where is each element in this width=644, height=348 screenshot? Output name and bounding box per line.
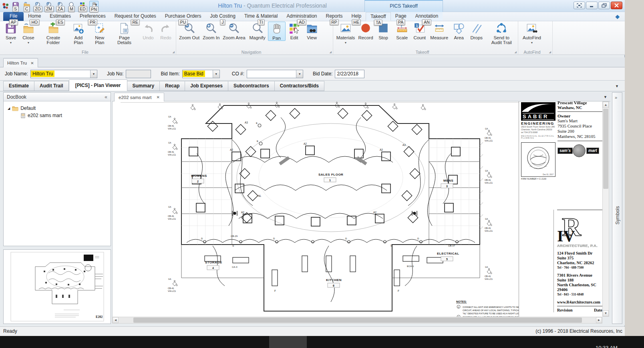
co-number-combo[interactable]: ▼ (247, 70, 303, 78)
svg-text:KITCHEN: KITCHEN (326, 278, 342, 282)
tab-subcontractors[interactable]: Subcontractors (228, 81, 275, 91)
dropdown-arrow-icon: ▼ (531, 40, 533, 45)
collapse-panel-icon[interactable]: « (105, 94, 107, 100)
ribbon-group-navigation: Zoom Out Zoom In Zoom Area Magnify Pan E… (176, 21, 333, 55)
tree-item-plan[interactable]: e202 sams mart (4, 112, 111, 119)
tab-request-for-quotes[interactable]: Request for QuotesRE (110, 12, 161, 21)
vertical-scrollbar[interactable]: ▲ ▼ (602, 101, 609, 317)
symbols-panel-collapsed[interactable]: » Symbols (612, 92, 622, 324)
fullscreen-button[interactable] (574, 2, 585, 9)
qat-zoom-in-button[interactable]: ZM (44, 1, 54, 10)
desktop-taskbar[interactable]: 10:33 AM (0, 336, 644, 348)
tab-annotation[interactable]: AnnotationAN (411, 12, 443, 21)
tab-estimate[interactable]: Estimate (3, 81, 34, 91)
subtab-overflow-icon[interactable]: ▼ (615, 84, 619, 88)
plan-canvas[interactable]: DDDD EE A2A2A2 A2A2 A3A3 NL FF SS (112, 101, 602, 317)
margin-symbols-right: GACB-41VIA LC1 GACB-41VIA LC1 GACB-41VIA… (485, 127, 493, 280)
undo-button[interactable]: Undo (139, 22, 157, 40)
measure-button[interactable]: Measure (429, 22, 450, 40)
docbook-title: DocBook (7, 94, 26, 100)
taskbar-item[interactable] (269, 336, 307, 348)
drops-button[interactable]: Drops (468, 22, 485, 40)
restore-button[interactable] (598, 2, 610, 9)
qat-magnify-button[interactable]: M (67, 1, 76, 10)
qat-close-button[interactable]: C (22, 1, 31, 10)
qat-edit-button[interactable]: ED (78, 1, 87, 10)
architect-block: R IV ARCHITECTURE, P.A. 124 Floyd Smith … (553, 210, 602, 312)
bid-item-label: Bid Item: (161, 71, 179, 77)
chevron-down-icon[interactable]: ▼ (296, 70, 303, 78)
bid-date-label: Bid Date: (313, 71, 332, 77)
dialog-launcher-icon[interactable]: ◢ (330, 51, 332, 54)
bid-item-combo[interactable]: Base Bid ▼ (182, 70, 220, 78)
minimize-button[interactable] (586, 2, 598, 9)
job-name-label: Job Name: (5, 71, 28, 77)
pan-button[interactable]: Pan (268, 22, 286, 41)
tab-takeoff[interactable]: TakeoffTA (366, 12, 390, 21)
info-diamond-icon[interactable]: ◆ (615, 13, 620, 20)
thumbnail-navigator[interactable]: ▒▒▒ E202 (3, 249, 111, 324)
scroll-up-icon[interactable]: ▲ (603, 102, 609, 108)
expand-panel-icon[interactable]: » (615, 95, 617, 100)
tab-administration[interactable]: AdministrationAD (282, 12, 321, 21)
chevron-down-icon[interactable]: ▼ (90, 70, 97, 78)
close-button[interactable] (611, 2, 622, 9)
tab-audit-trail[interactable]: Audit Trail (34, 81, 69, 91)
send-to-audit-trail-button[interactable]: Send to Audit Trail (486, 22, 517, 45)
tree-expander-icon[interactable]: ◢ (8, 107, 10, 110)
horizontal-scrollbar[interactable]: ◄ ► (112, 317, 602, 324)
zoom-in-button[interactable]: Zoom In (201, 22, 221, 40)
svg-text:GA: GA (485, 170, 488, 172)
tab-time-material[interactable]: Time & MaterialTI (240, 12, 282, 21)
job-no-field[interactable] (126, 70, 151, 78)
redo-button[interactable]: Redo (157, 22, 175, 40)
dialog-launcher-icon[interactable]: ◢ (549, 51, 551, 54)
scroll-left-icon[interactable]: ◄ (113, 317, 119, 323)
tab-summary[interactable]: Summary (127, 81, 160, 91)
scrollbar-thumb[interactable] (603, 109, 608, 189)
add-plan-button[interactable]: Add Plan (68, 22, 89, 45)
area-button[interactable]: Area (450, 22, 468, 40)
tab-preferences[interactable]: PreferencesPR (75, 12, 110, 21)
scroll-down-icon[interactable]: ▼ (603, 310, 609, 316)
job-subtab-bar: Estimate Audit Trail [PICS] - Plan Viewe… (0, 81, 625, 91)
tab-page[interactable]: PagePA (391, 12, 411, 21)
svg-text:GA: GA (168, 115, 171, 118)
dropdown-arrow-icon: ▼ (27, 40, 30, 45)
qat-zoom-out-button[interactable]: ZO (33, 1, 42, 10)
dialog-launcher-icon[interactable]: ◢ (173, 51, 175, 54)
tab-recap[interactable]: Recap (160, 81, 185, 91)
keytip: M (68, 6, 75, 12)
tab-file[interactable]: FileAP (3, 12, 24, 21)
tab-contractors-bids[interactable]: Contractors/Bids (275, 81, 324, 91)
tab-pics-plan-viewer[interactable]: [PICS] - Plan Viewer (69, 79, 127, 91)
scrollbar-thumb[interactable] (133, 318, 582, 323)
scroll-right-icon[interactable]: ► (596, 317, 602, 323)
tab-reports[interactable]: ReportsRP (322, 12, 347, 21)
dropdown-arrow-icon: ▼ (344, 40, 347, 45)
tab-home[interactable]: HomeHO (24, 12, 45, 21)
tab-job-costing[interactable]: Job CostingJ (206, 12, 240, 21)
viewer-tab-overflow-icon[interactable]: ▼ (604, 95, 607, 99)
bid-date-field[interactable]: 2/22/2018 (335, 70, 364, 78)
qat-save-button[interactable]: S (11, 1, 20, 10)
job-name-combo[interactable]: Hilton Tru ▼ (30, 70, 97, 78)
chevron-down-icon[interactable]: ▼ (213, 70, 219, 78)
tree-folder-default[interactable]: ◢ Default (4, 105, 111, 112)
app-icon[interactable] (2, 2, 9, 10)
keytip: PA (396, 19, 405, 25)
viewer-tab-label: e202 sams mart (119, 95, 151, 100)
tab-help[interactable]: HelpHE (347, 12, 366, 21)
close-icon[interactable]: ✕ (30, 61, 34, 65)
autofind-button[interactable]: AutoFind▼ (519, 22, 544, 45)
tab-job-expenses[interactable]: Job Expenses (185, 81, 228, 91)
close-icon[interactable]: ✕ (156, 95, 159, 99)
qat-zoom-area-button[interactable]: ZA (56, 1, 65, 10)
keytip: RP (330, 19, 339, 25)
viewer-tab-e202[interactable]: e202 sams mart ✕ (114, 93, 164, 101)
dialog-launcher-icon[interactable]: ◢ (515, 51, 517, 54)
margin-symbols-top (191, 102, 426, 110)
tab-purchase-orders[interactable]: Purchase OrdersPU (161, 12, 206, 21)
tab-estimates[interactable]: EstimatesES (45, 12, 75, 21)
document-tab-hilton-tru[interactable]: Hilton Tru ✕ (3, 58, 38, 67)
